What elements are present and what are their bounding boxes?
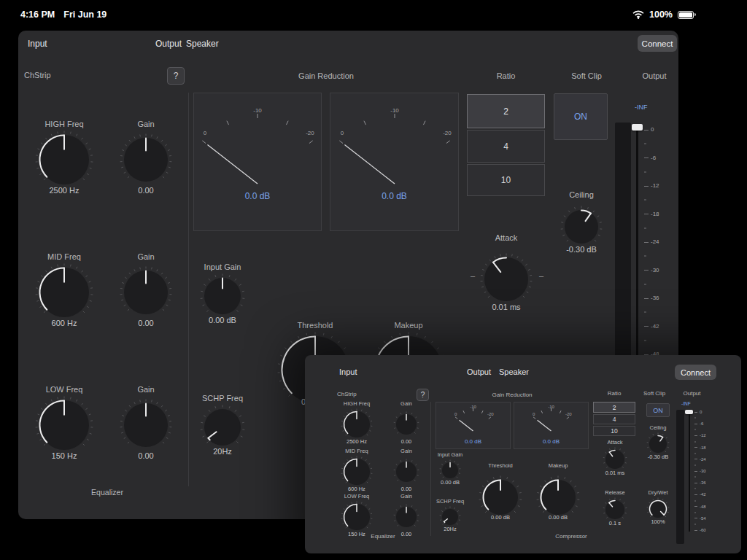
knob-dial[interactable]: [536, 475, 580, 519]
knob-value: -0.30 dB: [648, 454, 668, 460]
knob-mid-freq[interactable]: MID Freq 600 Hz: [335, 448, 379, 492]
knob-dial[interactable]: [479, 475, 522, 519]
knob-schp-freq[interactable]: SCHP Freq 20Hz: [428, 498, 472, 532]
softclip-on-button[interactable]: ON: [554, 93, 608, 140]
toolbar-speaker[interactable]: Speaker: [499, 368, 529, 376]
knob-dial[interactable]: [439, 506, 461, 528]
knob-label: MID Freq: [47, 252, 81, 261]
knob-dial[interactable]: [646, 497, 670, 521]
knob-dial[interactable]: [341, 501, 373, 533]
ratio-option-10[interactable]: 10: [593, 426, 635, 436]
knob-value: 0.00 dB: [491, 514, 510, 521]
knob-high-gain[interactable]: Gain 0.00: [384, 400, 428, 445]
knob-dial[interactable]: [393, 408, 419, 440]
knob-high-freq[interactable]: HIGH Freq 2500 Hz: [335, 400, 379, 445]
knob-value: 600 Hz: [348, 486, 365, 492]
knob-value: 0.00: [138, 319, 153, 327]
knob-label: Gain: [137, 385, 154, 394]
knob-dial[interactable]: [603, 497, 627, 522]
knob-dial[interactable]: [120, 131, 172, 189]
knob-dry-wet[interactable]: Dry/Wet 100%: [642, 489, 674, 525]
knob-dial[interactable]: [480, 253, 533, 306]
knob-value: 0.00: [401, 486, 412, 492]
ratio-option-2[interactable]: 2: [593, 402, 635, 413]
knob-dial[interactable]: [35, 263, 93, 322]
knob-low-freq[interactable]: LOW Freq 150 Hz: [29, 385, 99, 460]
knob-dial[interactable]: [200, 405, 245, 450]
knob-input-gain[interactable]: Input Gain 0.00 dB: [428, 451, 472, 486]
knob-mid-gain[interactable]: Gain 0.00: [384, 448, 428, 492]
knob-dial[interactable]: [341, 456, 373, 488]
output-readout: -INF: [681, 401, 691, 406]
equalizer-label: Equalizer: [347, 533, 419, 540]
knob-low-gain[interactable]: Gain 0.00: [384, 493, 428, 537]
knob-dial[interactable]: [120, 396, 172, 454]
output-level-slider[interactable]: [685, 410, 693, 414]
knob-dial[interactable]: [341, 408, 373, 440]
softclip-on-button[interactable]: ON: [646, 403, 670, 417]
help-button[interactable]: ?: [167, 67, 185, 85]
knob-label: Attack: [495, 233, 518, 242]
toolbar-input[interactable]: Input: [339, 368, 357, 376]
knob-value: 0.00 dB: [441, 479, 460, 486]
help-button[interactable]: ?: [417, 389, 429, 401]
knob-input-gain[interactable]: Input Gain 0.00 dB: [198, 262, 247, 324]
knob-dial[interactable]: [603, 447, 627, 472]
connect-button[interactable]: Connect: [675, 365, 716, 380]
toolbar-input[interactable]: Input: [28, 39, 47, 49]
ratio-option-4[interactable]: 4: [467, 130, 545, 163]
knob-ceiling[interactable]: Ceiling -0.30 dB: [642, 424, 674, 460]
knob-threshold[interactable]: Threshold 0.00 dB: [479, 462, 522, 521]
ratio-section-label: Ratio: [593, 390, 635, 397]
knob-label: Input Gain: [438, 451, 463, 458]
knob-mid-gain[interactable]: Gain 0.00: [111, 252, 181, 327]
knob-schp-freq[interactable]: SCHP Freq 20Hz: [198, 394, 247, 456]
plugin-name: ChStrip: [337, 391, 374, 397]
ratio-option-4[interactable]: 4: [593, 414, 635, 424]
output-level-slider[interactable]: [632, 124, 643, 131]
knob-label: Gain: [400, 400, 412, 407]
ratio-option-2[interactable]: 2: [467, 94, 545, 128]
wifi-icon: [632, 10, 644, 19]
knob-dial[interactable]: [120, 263, 172, 322]
connect-button[interactable]: Connect: [638, 35, 677, 52]
toolbar-output[interactable]: Output: [467, 368, 491, 376]
output-slider-track[interactable]: [689, 411, 690, 532]
knob-high-freq[interactable]: HIGH Freq 2500 Hz: [29, 120, 99, 195]
knob-value: 2500 Hz: [347, 438, 367, 445]
toolbar-speaker[interactable]: Speaker: [186, 39, 219, 49]
knob-label: SCHP Freq: [202, 394, 243, 402]
knob-release[interactable]: Release 0.1 s: [599, 489, 631, 526]
knob-label: Attack: [608, 439, 623, 446]
knob-makeup[interactable]: Makeup 0.00 dB: [536, 462, 580, 521]
knob-label: Gain: [400, 448, 412, 454]
knob-dial[interactable]: [393, 456, 419, 488]
knob-low-freq[interactable]: LOW Freq 150 Hz: [335, 493, 379, 537]
knob-label: Gain: [137, 120, 154, 128]
knob-dial[interactable]: [200, 273, 245, 319]
knob-label: Input Gain: [204, 262, 241, 271]
knob-low-gain[interactable]: Gain 0.00: [111, 385, 181, 460]
knob-dial[interactable]: [646, 432, 670, 456]
status-right: 100%: [632, 9, 696, 20]
knob-attack[interactable]: Attack 0.01 ms: [477, 233, 535, 311]
knob-ceiling[interactable]: Ceiling -0.30 dB: [558, 190, 605, 254]
ratio-option-10[interactable]: 10: [467, 164, 545, 196]
knob-high-gain[interactable]: Gain 0.00: [111, 120, 181, 195]
knob-label: Threshold: [298, 321, 333, 330]
knob-dial[interactable]: [35, 396, 93, 454]
toolbar-output[interactable]: Output: [155, 39, 182, 49]
knob-dial[interactable]: [393, 501, 419, 533]
knob-dial[interactable]: [560, 206, 603, 248]
softclip-section-label: Soft Clip: [633, 390, 676, 397]
knob-dial[interactable]: [439, 459, 461, 481]
knob-mid-freq[interactable]: MID Freq 600 Hz: [29, 252, 99, 327]
svg-text:-10: -10: [253, 107, 262, 114]
knob-attack[interactable]: Attack 0.01 ms: [599, 439, 631, 476]
plugin-name: ChStrip: [24, 71, 75, 79]
window-floating: Input Output Speaker Connect ChStrip ? G…: [305, 355, 741, 553]
status-bar: 4:16 PM Fri Jun 19 100%: [0, 0, 747, 29]
battery-icon: [678, 11, 696, 19]
knob-dial[interactable]: [35, 131, 93, 189]
gain-reduction-meter: 0-10-20 0.0 dB: [330, 93, 459, 231]
